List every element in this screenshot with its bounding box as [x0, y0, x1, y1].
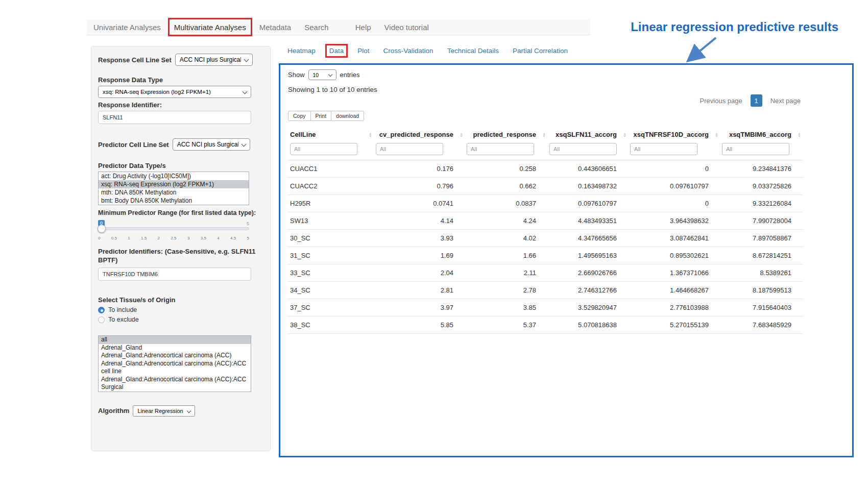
list-item[interactable]: Adrenal_Gland:Adrenocortical carcinoma (… — [99, 376, 251, 392]
export-button[interactable]: download — [331, 111, 364, 121]
radio-option[interactable]: To include — [98, 306, 263, 313]
slider-tick-label: 5 — [247, 236, 249, 240]
table-filter-row — [288, 142, 803, 160]
list-item[interactable]: xsq: RNA-seq Expression (log2 FPKM+1) — [99, 180, 249, 188]
cell-predicted-response: 5.37 — [465, 316, 547, 334]
list-item[interactable]: Adrenal_Gland:Adrenocortical carcinoma (… — [99, 352, 251, 360]
list-item[interactable]: bmt: Body DNA 850K Methylation — [99, 197, 249, 205]
column-filter-input[interactable] — [376, 143, 443, 155]
table-row[interactable]: 30_SC 3.93 4.02 4.347665656 3.087462841 … — [288, 230, 803, 247]
column-header[interactable]: predicted_response ▲▼ — [465, 127, 547, 142]
column-filter-input[interactable] — [722, 143, 789, 155]
table-row[interactable]: 31_SC 1.69 1.66 1.495695163 0.895302621 … — [288, 247, 803, 264]
top-navbar: Univariate AnalysesMultivariate Analyses… — [87, 19, 590, 35]
cell-cv-predicted-response: 2.81 — [374, 282, 465, 299]
tissue-listbox: allAdrenal_GlandAdrenal_Gland:Adrenocort… — [98, 335, 251, 392]
table-row[interactable]: SW13 4.14 4.24 4.483493351 3.964398632 7… — [288, 212, 803, 230]
previous-page-button[interactable]: Previous page — [698, 95, 744, 107]
sort-icon[interactable]: ▲▼ — [623, 132, 626, 137]
cell-xsqslfn11-accorg: 2.669026766 — [547, 264, 628, 282]
nav-item[interactable]: Video tutorial — [378, 19, 436, 35]
cell-cellline: 37_SC — [288, 299, 374, 316]
table-row[interactable]: 34_SC 2.81 2.78 2.746312766 1.464668267 … — [288, 282, 803, 299]
column-header[interactable]: xsqTMBIM6_accorg ▲▼ — [720, 127, 803, 142]
table-row[interactable]: CUACC1 0.176 0.258 0.443606651 0 9.23484… — [288, 160, 803, 178]
cell-predicted-response: 0.258 — [465, 160, 547, 178]
nav-item[interactable]: Search — [298, 19, 335, 35]
tab[interactable]: Technical Details — [447, 47, 499, 55]
predictor-cell-line-set-label: Predictor Cell Line Set — [98, 141, 169, 149]
cell-cellline: 33_SC — [288, 264, 374, 282]
table-row[interactable]: H295R 0.0741 0.0837 0.097610797 0 9.3321… — [288, 195, 803, 212]
tab[interactable]: Plot — [357, 47, 369, 55]
column-header[interactable]: xsqTNFRSF10D_accorg ▲▼ — [628, 127, 720, 142]
cell-xsqslfn11-accorg: 0.443606651 — [547, 160, 628, 178]
radio-option[interactable]: To exclude — [98, 316, 263, 323]
predictor-identifiers-input[interactable] — [98, 267, 251, 281]
table-body: CUACC1 0.176 0.258 0.443606651 0 9.23484… — [288, 160, 803, 334]
cell-predicted-response: 4.02 — [465, 230, 547, 247]
cell-predicted-response: 4.24 — [465, 212, 547, 230]
slider-tick-label: 2 — [158, 236, 160, 240]
sort-icon[interactable]: ▲▼ — [460, 132, 463, 137]
filter-cell — [547, 142, 628, 160]
export-button[interactable]: Copy — [288, 111, 311, 121]
tissue-origin-label: Select Tissue/s of Origin — [98, 296, 263, 304]
column-filter-input[interactable] — [467, 143, 534, 155]
table-row[interactable]: CUACC2 0.796 0.662 0.163498732 0.0976107… — [288, 178, 803, 195]
response-cell-line-set-label: Response Cell Line Set — [98, 56, 172, 64]
cell-cellline: 38_SC — [288, 316, 374, 334]
cell-xsqtnfrsf10d-accorg: 3.087462841 — [628, 230, 720, 247]
list-item[interactable]: mth: DNA 850K Methylation — [99, 188, 249, 197]
sort-icon[interactable]: ▲▼ — [715, 132, 718, 137]
nav-item[interactable]: Metadata — [253, 19, 298, 35]
column-header[interactable]: CellLine ▲▼ — [288, 127, 374, 142]
cell-xsqtnfrsf10d-accorg: 0 — [628, 160, 720, 178]
annotation-title: Linear regression predictive results — [631, 20, 838, 34]
sort-icon[interactable]: ▲▼ — [798, 132, 801, 137]
slider-track[interactable] — [98, 227, 249, 230]
column-header[interactable]: xsqSLFN11_accorg ▲▼ — [547, 127, 628, 142]
column-header[interactable]: cv_predicted_response ▲▼ — [374, 127, 465, 142]
filter-cell — [374, 142, 465, 160]
export-button[interactable]: Print — [310, 111, 332, 121]
current-page-button[interactable]: 1 — [751, 94, 762, 107]
response-cell-line-set-select[interactable]: ACC NCI plus Surgical — [175, 54, 253, 66]
list-item[interactable]: act: Drug Activity (-log10[IC50M]) — [99, 172, 249, 180]
tab[interactable]: Data — [329, 47, 344, 55]
response-identifier-input[interactable] — [98, 111, 251, 124]
table-row[interactable]: 33_SC 2.04 2.11 2.669026766 1.367371066 … — [288, 264, 803, 282]
slider-handle[interactable] — [98, 225, 106, 233]
cell-xsqtmbim6-accorg: 7.990728004 — [720, 212, 803, 230]
list-item[interactable]: Adrenal_Gland:Adrenocortical carcinoma (… — [99, 360, 251, 376]
cell-predicted-response: 2.78 — [465, 282, 547, 299]
predictor-cell-line-set-row: Predictor Cell Line Set ACC NCI plus Sur… — [98, 138, 263, 151]
table-row[interactable]: 37_SC 3.97 3.85 3.529820947 2.776103988 … — [288, 299, 803, 316]
nav-item[interactable]: Univariate Analyses — [87, 19, 167, 35]
algorithm-select[interactable]: Linear Regression — [133, 405, 195, 417]
nav-item[interactable]: Multivariate Analyses — [167, 19, 253, 35]
cell-cellline: CUACC1 — [288, 160, 374, 178]
column-filter-input[interactable] — [630, 143, 697, 155]
next-page-button[interactable]: Next page — [768, 95, 803, 107]
nav-item[interactable]: Help — [349, 19, 378, 35]
tab[interactable]: Heatmap — [287, 47, 316, 55]
tab[interactable]: Cross-Validation — [383, 47, 433, 55]
response-data-type-select[interactable]: xsq: RNA-seq Expression (log2 FPKM+1) — [98, 86, 251, 98]
select-value: ACC NCI plus Surgical — [180, 56, 241, 63]
column-filter-input[interactable] — [549, 143, 617, 155]
slider-tick-label: 0 — [98, 236, 100, 240]
show-entries-select[interactable]: 10 — [308, 69, 336, 80]
list-item[interactable]: all — [99, 336, 251, 344]
tab[interactable]: Partial Correlation — [513, 47, 568, 55]
sort-icon[interactable]: ▲▼ — [369, 132, 372, 137]
list-item[interactable]: Adrenal_Gland — [99, 344, 251, 352]
table-row[interactable]: 38_SC 5.85 5.37 5.070818638 5.270155139 … — [288, 316, 803, 334]
select-value: 10 — [313, 72, 319, 78]
predictor-cell-line-set-select[interactable]: ACC NCI plus Surgical — [173, 138, 250, 151]
cell-cv-predicted-response: 2.04 — [374, 264, 465, 282]
sort-icon[interactable]: ▲▼ — [542, 132, 546, 137]
column-filter-input[interactable] — [290, 143, 357, 155]
cell-xsqtmbim6-accorg: 8.187599513 — [720, 282, 803, 299]
pagination: Previous page 1 Next page — [288, 94, 803, 107]
